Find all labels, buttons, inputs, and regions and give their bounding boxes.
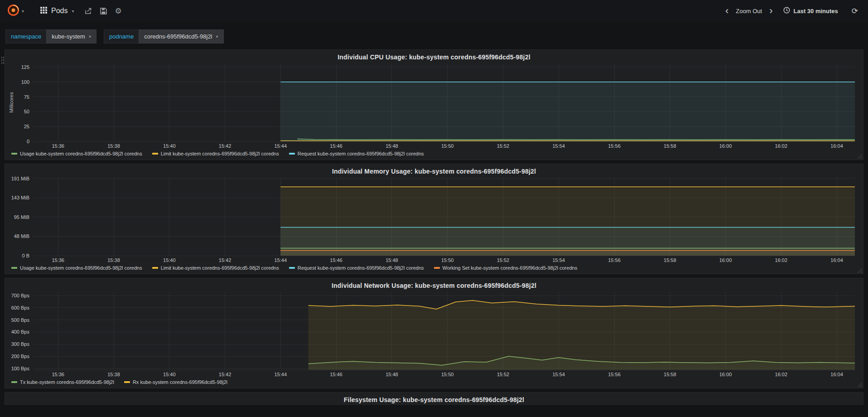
svg-text:700 Bps: 700 Bps [11, 293, 30, 298]
share-icon [85, 8, 92, 15]
svg-text:15:42: 15:42 [219, 143, 231, 149]
time-shift-forward-button[interactable]: › [766, 8, 776, 14]
template-variables-bar: namespacekube-system▾podnamecoredns-695f… [0, 22, 868, 49]
legend-series-label: Working Set kube-system coredns-695f96dc… [443, 265, 578, 271]
variable-value-namespace[interactable]: kube-system▾ [46, 29, 96, 44]
svg-text:15:36: 15:36 [52, 143, 64, 149]
legend-series-color-icon [11, 381, 17, 383]
svg-text:15:56: 15:56 [608, 372, 621, 377]
legend-item[interactable]: Limit kube-system coredns-695f96dcd5-98j… [152, 265, 279, 271]
svg-text:15:48: 15:48 [386, 143, 398, 149]
svg-text:16:04: 16:04 [830, 257, 843, 263]
svg-text:15:54: 15:54 [552, 143, 565, 149]
svg-text:15:40: 15:40 [163, 257, 176, 263]
svg-text:15:46: 15:46 [330, 372, 342, 377]
svg-text:16:04: 16:04 [830, 143, 843, 149]
row-drag-handle[interactable] [1, 56, 5, 65]
svg-text:15:38: 15:38 [107, 372, 120, 377]
refresh-button[interactable]: ⟳ [845, 5, 861, 18]
svg-text:95 MiB: 95 MiB [14, 214, 29, 220]
save-icon [100, 8, 107, 15]
svg-text:125: 125 [21, 64, 29, 70]
svg-text:15:58: 15:58 [664, 372, 676, 377]
chart-canvas[interactable]: 15:3615:3815:4015:4215:4415:4615:4815:50… [5, 176, 862, 265]
legend-series-color-icon [11, 267, 17, 269]
panel-network-usage: Individual Network Usage: kube-system co… [5, 278, 863, 388]
legend-item[interactable]: Working Set kube-system coredns-695f96dc… [434, 265, 578, 271]
panel-memory-usage: Individual Memory Usage: kube-system cor… [5, 164, 863, 274]
panel-title-cpu-usage[interactable]: Individual CPU Usage: kube-system coredn… [5, 50, 863, 62]
svg-text:15:48: 15:48 [386, 372, 398, 377]
svg-text:200 Bps: 200 Bps [11, 354, 30, 359]
variable-label-namespace: namespace [5, 29, 46, 44]
svg-text:15:50: 15:50 [441, 143, 454, 149]
chart-network-usage: 15:3615:3815:4015:4215:4415:4615:4815:50… [5, 290, 863, 379]
legend-item[interactable]: Usage kube-system coredns-695f96dcd5-98j… [11, 265, 142, 271]
legend-item[interactable]: Rx kube-system coredns-695f96dcd5-98j2l [124, 379, 227, 385]
svg-text:16:02: 16:02 [775, 143, 788, 149]
legend: Tx kube-system coredns-695f96dcd5-98j2lR… [5, 379, 863, 388]
svg-text:0: 0 [27, 139, 29, 144]
svg-text:15:50: 15:50 [441, 372, 454, 377]
legend-item[interactable]: Limit kube-system coredns-695f96dcd5-98j… [152, 151, 279, 156]
svg-text:15:38: 15:38 [107, 143, 120, 149]
time-picker-button[interactable]: Last 30 minutes [779, 4, 842, 18]
svg-text:100: 100 [21, 79, 29, 85]
svg-text:50: 50 [24, 109, 29, 114]
svg-text:191 MiB: 191 MiB [11, 176, 29, 181]
legend-item[interactable]: Usage kube-system coredns-695f96dcd5-98j… [11, 151, 142, 156]
settings-button[interactable]: ⚙ [111, 4, 126, 19]
chevron-down-icon: ▾ [22, 9, 24, 14]
svg-text:15:44: 15:44 [275, 257, 287, 263]
svg-text:300 Bps: 300 Bps [11, 341, 30, 347]
legend-series-color-icon [289, 267, 295, 269]
apps-grid-icon [40, 7, 47, 15]
panel-title-network-usage[interactable]: Individual Network Usage: kube-system co… [5, 278, 863, 290]
svg-text:15:52: 15:52 [497, 372, 510, 377]
svg-text:75: 75 [24, 94, 29, 100]
time-shift-back-button[interactable]: ‹ [722, 8, 732, 14]
gear-icon: ⚙ [115, 6, 122, 16]
panel-title-filesystem-usage[interactable]: Filesystem Usage: kube-system coredns-69… [5, 393, 863, 404]
svg-text:143 MiB: 143 MiB [11, 195, 29, 200]
variable-podname: podnamecoredns-695f96dcd5-98j2l▾ [104, 29, 224, 44]
dashboard-picker-button[interactable]: Pods ▾ [34, 2, 81, 20]
legend-series-color-icon [152, 153, 158, 155]
svg-text:15:46: 15:46 [330, 143, 342, 149]
legend-series-label: Usage kube-system coredns-695f96dcd5-98j… [20, 151, 142, 156]
legend-item[interactable]: Request kube-system coredns-695f96dcd5-9… [289, 265, 424, 271]
svg-text:15:38: 15:38 [107, 257, 120, 263]
legend-series-label: Limit kube-system coredns-695f96dcd5-98j… [161, 265, 279, 271]
legend-series-label: Request kube-system coredns-695f96dcd5-9… [298, 265, 424, 271]
variable-value-podname[interactable]: coredns-695f96dcd5-98j2l▾ [139, 29, 223, 44]
time-range-label: Last 30 minutes [793, 8, 838, 15]
svg-text:15:36: 15:36 [52, 372, 64, 377]
legend-item[interactable]: Tx kube-system coredns-695f96dcd5-98j2l [11, 379, 114, 385]
svg-text:15:56: 15:56 [608, 143, 621, 149]
svg-text:16:00: 16:00 [719, 143, 732, 149]
grafana-logo-button[interactable]: ▾ [4, 2, 28, 20]
svg-text:100 Bps: 100 Bps [11, 366, 30, 371]
legend-series-color-icon [152, 267, 158, 269]
save-button[interactable] [96, 5, 111, 17]
svg-text:16:00: 16:00 [719, 372, 732, 377]
legend-item[interactable]: Request kube-system coredns-695f96dcd5-9… [289, 151, 424, 156]
chart-canvas[interactable]: 15:3615:3815:4015:4215:4415:4615:4815:50… [5, 290, 862, 379]
panel-cpu-usage: Individual CPU Usage: kube-system coredn… [5, 49, 863, 160]
chart-canvas[interactable]: 15:3615:3815:4015:4215:4415:4615:4815:50… [5, 62, 862, 150]
legend-series-label: Limit kube-system coredns-695f96dcd5-98j… [161, 151, 279, 156]
svg-text:400 Bps: 400 Bps [11, 329, 30, 335]
grafana-logo-icon [7, 4, 19, 18]
svg-text:16:04: 16:04 [830, 372, 843, 377]
svg-text:15:42: 15:42 [219, 257, 231, 263]
zoom-out-button[interactable]: Zoom Out [735, 5, 763, 17]
svg-text:48 MiB: 48 MiB [14, 233, 29, 239]
svg-text:15:58: 15:58 [664, 257, 676, 263]
svg-text:15:54: 15:54 [552, 257, 565, 263]
share-button[interactable] [81, 5, 96, 17]
legend-series-color-icon [124, 381, 130, 383]
legend-series-label: Request kube-system coredns-695f96dcd5-9… [298, 151, 424, 156]
svg-text:600 Bps: 600 Bps [11, 305, 30, 310]
panel-title-memory-usage[interactable]: Individual Memory Usage: kube-system cor… [5, 164, 863, 176]
legend-series-color-icon [11, 153, 17, 155]
